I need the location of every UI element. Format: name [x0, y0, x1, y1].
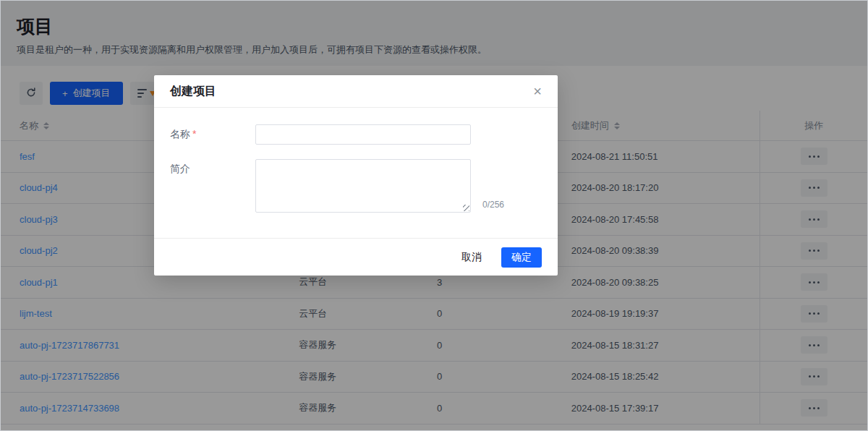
modal-body: 名称* 简介 0/256	[154, 108, 558, 213]
modal-header: 创建项目 ×	[154, 75, 558, 108]
close-icon[interactable]: ×	[533, 84, 542, 98]
required-mark: *	[192, 128, 196, 140]
modal-footer: 取消 确定	[154, 238, 558, 276]
name-field-label: 名称*	[170, 124, 255, 145]
name-input[interactable]	[255, 124, 471, 145]
name-field-row: 名称*	[170, 124, 542, 145]
project-management-screen: 项目 项目是租户的一种，用于实现资源隔离和用户权限管理，用户加入项目后，可拥有项…	[0, 0, 868, 431]
modal-title: 创建项目	[170, 84, 216, 99]
intro-textarea-wrap: 0/256	[255, 159, 471, 213]
intro-field-row: 简介 0/256	[170, 159, 542, 213]
cancel-button[interactable]: 取消	[461, 251, 482, 264]
ok-button[interactable]: 确定	[501, 247, 542, 268]
resize-handle-icon[interactable]	[463, 205, 469, 211]
create-project-modal: 创建项目 × 名称* 简介 0/256 取消	[154, 75, 558, 276]
char-counter: 0/256	[482, 200, 504, 210]
intro-field-label: 简介	[170, 159, 255, 213]
intro-textarea[interactable]	[255, 159, 471, 213]
